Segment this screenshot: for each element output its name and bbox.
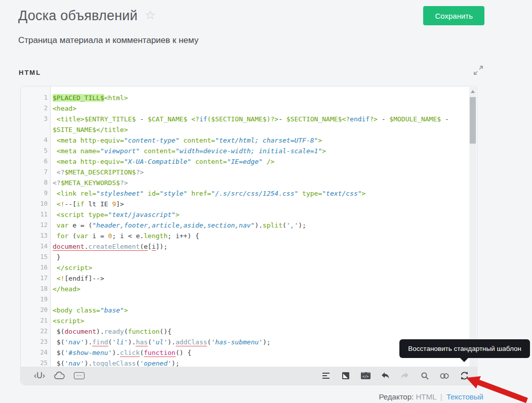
code-window-icon[interactable]: </> (360, 371, 371, 381)
code-text[interactable]: </script> (53, 262, 460, 273)
code-text[interactable]: <?$META_DESCRIPTION$?> (53, 167, 460, 177)
page-title: Доска объявлений☆ (18, 8, 156, 24)
code-text[interactable]: $(document).ready(function(){ (53, 326, 460, 337)
line-number: 25 (21, 358, 48, 367)
code-text[interactable]: <!--[if lt IE 9]> (53, 199, 460, 209)
code-line[interactable]: 12 var e = ("header,footer,article,aside… (21, 220, 469, 231)
line-number: 1 (21, 93, 48, 103)
save-button[interactable]: Сохранить (423, 6, 484, 25)
undo-icon[interactable] (380, 371, 391, 381)
editor-mode-switcher: Редактор: HTML | Текстовый (379, 392, 483, 401)
line-number: 22 (21, 326, 48, 337)
line-number: 20 (21, 305, 48, 316)
html-section-label: HTML (19, 69, 41, 76)
code-text[interactable]: <meta name="viewport" content="width=dev… (53, 146, 460, 156)
line-number: 23 (21, 337, 48, 347)
code-line[interactable]: 15 } (21, 252, 469, 262)
editor-scrollbar[interactable] (469, 87, 476, 367)
code-line[interactable]: 9 <link rel="stylesheet" id="style" href… (21, 188, 469, 199)
code-line[interactable]: 20<body class="base"> (21, 305, 469, 316)
cloud-icon[interactable] (54, 371, 65, 381)
editor-mode-current: HTML (416, 392, 438, 401)
line-number: 18 (21, 284, 48, 294)
code-text[interactable]: $PLACED_TILL$<html> (53, 93, 460, 103)
code-lines[interactable]: 1$PLACED_TILL$<html>2<head>3 <title>$ENT… (21, 86, 469, 367)
line-number: 11 (21, 209, 48, 220)
more-icon[interactable]: ··· (73, 371, 85, 381)
code-text[interactable]: var e = ("header,footer,article,aside,se… (53, 220, 460, 231)
code-text[interactable]: <meta http-equiv="content-type" content=… (53, 135, 460, 146)
editor-mode-text-link[interactable]: Текстовый (446, 392, 483, 401)
code-text[interactable]: <script type="text/javascript"> (53, 209, 460, 220)
code-text[interactable]: $('#show-menu').click(function() { (53, 347, 460, 358)
code-text[interactable]: $('nav').find('li').has('ul').addClass('… (53, 337, 460, 347)
line-number: 4 (21, 135, 48, 146)
line-number: 7 (21, 167, 48, 177)
line-number: 8 (21, 177, 48, 188)
code-line[interactable]: 25 $('nav').toggleClass('opened'); (21, 358, 469, 367)
editor-mode-separator: | (438, 392, 444, 401)
code-text[interactable]: <body class="base"> (53, 305, 460, 316)
expand-diagonal-icon[interactable] (473, 65, 484, 76)
page-subtitle: Страница материала и комментариев к нему (18, 35, 198, 46)
code-line[interactable]: 22 $(document).ready(function(){ (21, 326, 469, 337)
line-number: 15 (21, 252, 48, 262)
code-text[interactable]: $('nav').toggleClass('opened'); (53, 358, 460, 367)
code-line[interactable]: 18</head> (21, 284, 469, 294)
code-line[interactable]: 6 <meta http-equiv="X-UA-Compatible" con… (21, 156, 469, 167)
code-text[interactable]: } (53, 252, 460, 262)
template-editor-page: Доска объявлений☆ Сохранить Страница мат… (0, 0, 532, 403)
code-line[interactable]: 8<?$META_KEYWORDS$?> (21, 177, 469, 188)
line-number: 5 (21, 146, 48, 156)
restore-template-tooltip: Восстановить стандартный шаблон (399, 339, 530, 358)
toolbar-left-group: ‹U› ··· (34, 371, 85, 381)
code-line[interactable]: 5 <meta name="viewport" content="width=d… (21, 146, 469, 156)
editor-toolbar: ‹U› ··· </> (21, 367, 477, 385)
code-line[interactable]: 17 <![endif]--> (21, 273, 469, 284)
redo-icon[interactable] (399, 371, 411, 381)
line-number: 12 (21, 220, 48, 231)
code-line[interactable]: 19 (21, 294, 469, 305)
line-number: 10 (21, 199, 48, 209)
line-number: 16 (21, 262, 48, 273)
code-line[interactable]: 14document.createElement(e[i]); (21, 241, 469, 252)
code-line[interactable]: 16 </script> (21, 262, 469, 273)
code-text[interactable]: document.createElement(e[i]); (53, 241, 460, 252)
line-number: 24 (21, 347, 48, 358)
code-text[interactable]: <link rel="stylesheet" id="style" href="… (53, 188, 460, 199)
line-number: 3 (21, 114, 48, 124)
code-text[interactable]: <?$META_KEYWORDS$?> (53, 177, 460, 188)
editor-mode-label: Редактор: (379, 392, 414, 401)
code-text[interactable]: <head> (53, 103, 460, 114)
code-text[interactable]: <title>$ENTRY_TITLE$ - $CAT_NAME$ <?if($… (53, 114, 460, 135)
code-text[interactable]: </head> (53, 284, 460, 294)
align-icon[interactable] (320, 371, 332, 381)
code-text[interactable]: <meta http-equiv="X-UA-Compatible" conte… (53, 156, 460, 167)
code-line[interactable]: 13 for (var i = 0; i < e.length; i++) { (21, 231, 469, 241)
code-line[interactable]: 1$PLACED_TILL$<html> (21, 93, 469, 103)
contrast-icon[interactable] (340, 371, 351, 381)
code-line[interactable]: 10 <!--[if lt IE 9]> (21, 199, 469, 209)
line-number: 19 (21, 294, 48, 305)
code-line[interactable]: 2<head> (21, 103, 469, 114)
link-icon[interactable] (439, 371, 450, 381)
scroll-up-arrow-icon[interactable] (471, 90, 475, 93)
code-line[interactable]: 11 <script type="text/javascript"> (21, 209, 469, 220)
code-text[interactable]: <![endif]--> (53, 273, 460, 284)
code-text[interactable]: for (var i = 0; i < e.length; i++) { (53, 231, 460, 241)
line-number: 14 (21, 241, 48, 252)
scrollbar-thumb[interactable] (470, 97, 476, 144)
code-line[interactable]: 7 <?$META_DESCRIPTION$?> (21, 167, 469, 177)
code-line[interactable]: 4 <meta http-equiv="content-type" conten… (21, 135, 469, 146)
star-outline-icon[interactable]: ☆ (145, 8, 156, 22)
code-line[interactable]: 3 <title>$ENTRY_TITLE$ - $CAT_NAME$ <?if… (21, 114, 469, 135)
line-number: 17 (21, 273, 48, 284)
toolbar-right-group: </> (320, 371, 470, 381)
template-code-icon[interactable]: ‹U› (34, 371, 45, 381)
code-line[interactable]: 21<script> (21, 316, 469, 326)
line-number: 13 (21, 231, 48, 241)
search-icon[interactable] (419, 371, 430, 381)
code-text[interactable]: <script> (53, 316, 460, 326)
line-number: 9 (21, 188, 48, 199)
page-title-text: Доска объявлений (18, 8, 138, 23)
